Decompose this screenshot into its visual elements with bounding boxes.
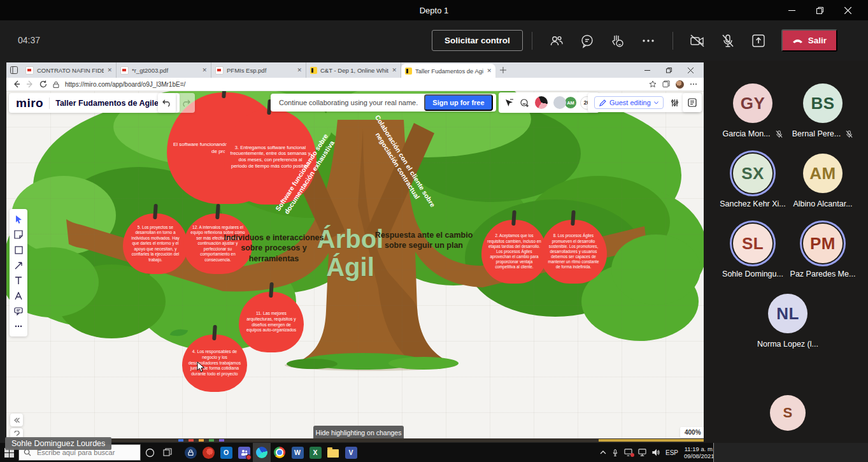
guest-editing-button[interactable]: Guest editing: [594, 96, 664, 109]
browser-restore-button[interactable]: [658, 62, 679, 78]
filters-icon[interactable]: [671, 99, 679, 107]
back-icon[interactable]: [13, 80, 20, 88]
browser-more-icon[interactable]: [690, 83, 697, 85]
mic-off-icon[interactable]: [713, 25, 743, 56]
text-tool-icon[interactable]: [13, 275, 24, 285]
reactions-icon[interactable]: [602, 25, 633, 56]
frames-panel-button[interactable]: [683, 93, 702, 112]
outlook-icon[interactable]: O: [217, 443, 235, 462]
new-tab-button[interactable]: [495, 62, 511, 78]
shape-tool-icon[interactable]: [13, 245, 24, 255]
participant-tile[interactable]: NL Norma Lopez (l...: [750, 291, 826, 349]
apple-note[interactable]: 2. Aceptamos que los requisitos cambien,…: [481, 220, 547, 284]
tab-layout-icon[interactable]: [6, 62, 22, 78]
task-view-icon[interactable]: [159, 443, 176, 462]
reactions-plus-icon[interactable]: [520, 98, 529, 108]
apple-note[interactable]: 5. Los proyectos se desarrollan en torno…: [123, 213, 188, 274]
language-indicator[interactable]: ESP: [665, 449, 678, 456]
apple-note[interactable]: 4. Los responsables de negocio y los des…: [182, 335, 247, 392]
file-explorer-icon[interactable]: [324, 443, 342, 462]
avatar[interactable]: BS: [803, 83, 843, 123]
miro-collapse-button[interactable]: [10, 414, 23, 426]
browser-tab[interactable]: PFMIs Esp.pdf ✕: [211, 62, 306, 78]
pen-tool-icon[interactable]: [13, 291, 24, 301]
browser-profile-avatar[interactable]: [676, 80, 684, 89]
excel-icon[interactable]: X: [306, 443, 324, 462]
share-screen-icon[interactable]: [743, 25, 774, 56]
avatar[interactable]: GY: [733, 83, 772, 123]
url-text[interactable]: https://miro.com/app/board/o9J_l3Mr1bE=/: [65, 81, 643, 88]
collaborator-avatar[interactable]: [535, 96, 548, 109]
tray-expand-icon[interactable]: [600, 451, 606, 454]
avatar[interactable]: SL: [733, 224, 772, 263]
participant-tile[interactable]: SX Sanchez Kehr Xi...: [715, 150, 791, 208]
tab-close-icon[interactable]: ✕: [297, 67, 302, 73]
favorites-icon[interactable]: [649, 80, 657, 88]
participant-tile[interactable]: BS Bernal Pere...: [785, 80, 861, 138]
chrome-icon[interactable]: [271, 443, 288, 462]
tray-display-icon[interactable]: [638, 449, 646, 456]
undo-button[interactable]: [158, 93, 176, 113]
refresh-icon[interactable]: [39, 80, 47, 88]
red-app-icon[interactable]: [199, 443, 217, 462]
chat-icon[interactable]: [572, 25, 602, 56]
close-button[interactable]: [834, 0, 862, 20]
participants-icon[interactable]: [541, 25, 572, 56]
apple-note[interactable]: 8. Los procesos Ágiles promueven el desa…: [540, 220, 607, 284]
tab-close-icon[interactable]: ✕: [107, 67, 112, 73]
browser-tab[interactable]: *r_gt2003.pdf ✕: [117, 62, 211, 78]
more-options-icon[interactable]: [633, 25, 664, 56]
tab-close-icon[interactable]: ✕: [392, 67, 397, 73]
cortana-icon[interactable]: [141, 443, 159, 462]
hide-highlighting-button[interactable]: Hide highlighting on changes: [313, 426, 404, 438]
participant-tile[interactable]: SL Sohle Domingu...: [715, 220, 791, 278]
visio-icon[interactable]: V: [342, 443, 360, 462]
browser-tab-active[interactable]: Taller Fudamentos de Agile, Onli ✕: [401, 64, 495, 78]
avatar[interactable]: AM: [803, 154, 843, 193]
branch-label-left[interactable]: Individuos e interacciones sobre proceso…: [220, 233, 328, 264]
clock[interactable]: 11:19 a. m. 09/08/2021: [684, 445, 715, 460]
browser-tab[interactable]: C&T - Dep 1, Online Whiteboard ✕: [306, 62, 401, 78]
redo-button[interactable]: [177, 93, 195, 113]
lock-app-icon[interactable]: [181, 443, 199, 462]
participant-tile[interactable]: PM Paz Paredes Me...: [785, 220, 861, 278]
collections-icon[interactable]: [662, 80, 670, 88]
word-icon[interactable]: W: [288, 443, 306, 462]
comment-tool-icon[interactable]: [13, 306, 24, 316]
minimize-button[interactable]: [778, 0, 806, 20]
forward-icon[interactable]: [26, 80, 34, 88]
leave-button[interactable]: Salir: [781, 29, 837, 52]
follow-cursor-icon[interactable]: [504, 98, 514, 108]
zoom-level[interactable]: 400%: [680, 427, 704, 438]
arrow-tool-icon[interactable]: [13, 260, 24, 270]
browser-close-button[interactable]: [679, 62, 701, 78]
tab-close-icon[interactable]: ✕: [202, 67, 207, 73]
select-tool-icon[interactable]: [13, 214, 24, 224]
tray-share-icon[interactable]: [624, 449, 632, 456]
avatar[interactable]: SX: [733, 154, 772, 193]
miro-canvas[interactable]: El software funcionando es la medida pri…: [6, 91, 704, 438]
tab-close-icon[interactable]: ✕: [487, 68, 492, 74]
request-control-button[interactable]: Solicitar control: [432, 30, 523, 51]
sticky-note-tool-icon[interactable]: [13, 229, 24, 240]
more-tools-icon[interactable]: [13, 321, 24, 331]
apple-note[interactable]: 11. Las mejores arquitecturas, requisito…: [239, 292, 304, 352]
signup-button[interactable]: Sign up for free: [424, 94, 492, 111]
restore-button[interactable]: [806, 0, 834, 20]
participant-tile[interactable]: GY Garcia Mon...: [715, 80, 791, 138]
camera-off-icon[interactable]: [682, 25, 713, 56]
tray-volume-icon[interactable]: [652, 449, 660, 456]
participant-tile[interactable]: AM Albino Alcantar...: [785, 150, 861, 208]
collaborator-avatar[interactable]: [553, 96, 566, 109]
browser-minimize-button[interactable]: [636, 62, 658, 78]
miro-logo[interactable]: miro: [16, 96, 43, 110]
edge-icon[interactable]: [253, 443, 271, 462]
collaborator-avatar[interactable]: AM: [564, 96, 577, 109]
branch-label-right[interactable]: Respuesta ante el cambio sobre seguir un…: [368, 230, 480, 251]
browser-tab[interactable]: CONTRATO NAFIN FIDEICOMISO ✕: [22, 62, 117, 78]
participant-tile[interactable]: S: [750, 392, 826, 434]
tray-mic-icon[interactable]: [612, 449, 618, 457]
teams-app-icon[interactable]: [235, 443, 253, 462]
avatar[interactable]: S: [770, 395, 806, 431]
board-title[interactable]: Taller Fudamentos de Agile: [55, 99, 159, 108]
